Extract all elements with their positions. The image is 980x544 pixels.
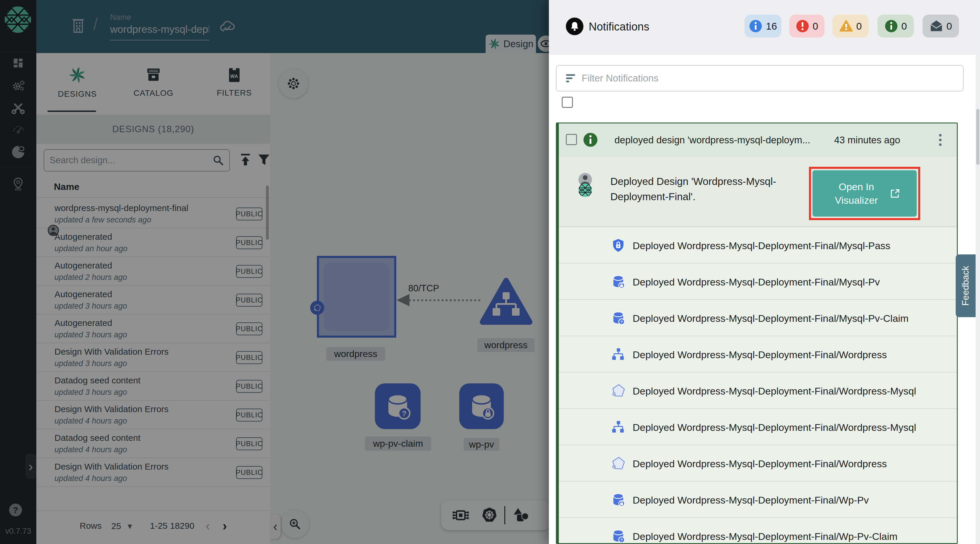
notification-item[interactable]: Deployed Wordpress-Mysql-Deployment-Fina… [559, 227, 957, 263]
notification-card: deployed design 'wordpress-mysql-deploym… [556, 123, 958, 544]
notification-summary-row[interactable]: deployed design 'wordpress-mysql-deploym… [559, 123, 957, 156]
highlight-annotation-box [809, 167, 920, 220]
success-circle-icon [885, 19, 898, 33]
notification-item[interactable]: Deployed Wordpress-Mysql-Deployment-Fina… [559, 336, 957, 372]
info-circle-icon [583, 132, 598, 147]
drawer-scrollbar-thumb[interactable] [976, 109, 979, 165]
meshery-avatar [578, 183, 592, 197]
warning-count-badge[interactable]: 0 [832, 14, 869, 38]
notification-time: 43 minutes ago [834, 134, 900, 146]
notification-item[interactable]: Deployed Wordpress-Mysql-Deployment-Fina… [559, 408, 957, 445]
notification-item[interactable]: Deployed Wordpress-Mysql-Deployment-Fina… [559, 299, 957, 336]
volume-lock-icon [611, 492, 625, 507]
kebab-menu-icon[interactable] [934, 132, 946, 147]
select-all-checkbox[interactable] [562, 97, 573, 108]
notification-summary: deployed design 'wordpress-mysql-deploym… [614, 134, 810, 146]
service-tree-icon [611, 347, 625, 362]
notification-checkbox[interactable] [566, 134, 577, 145]
success-count-badge[interactable]: 0 [878, 14, 914, 38]
notification-item[interactable]: Deployed Wordpress-Mysql-Deployment-Fina… [559, 445, 957, 481]
volume-claim-icon [611, 311, 625, 325]
notifications-title: Notifications [589, 21, 649, 33]
notifications-drawer: Notifications 16 0 0 0 0 [549, 0, 980, 544]
notification-item[interactable]: Deployed Wordpress-Mysql-Deployment-Fina… [559, 481, 957, 517]
info-circle-icon [749, 19, 762, 33]
read-count-badge[interactable]: 0 [923, 14, 959, 38]
drawer-scrollbar-track[interactable] [975, 0, 980, 544]
bell-icon [566, 18, 584, 35]
filter-notifications-box [556, 65, 964, 91]
pod-pentagon-icon [611, 456, 625, 471]
pod-pentagon-icon [611, 383, 625, 398]
notifications-header: Notifications 16 0 0 0 0 [549, 0, 980, 54]
filter-notifications-input[interactable] [578, 73, 963, 84]
service-tree-icon [611, 420, 625, 434]
secret-shield-lock-icon [611, 238, 625, 253]
volume-claim-icon [611, 529, 625, 543]
notification-description: Deployed Design 'Wordpress-Mysql-Deploym… [610, 174, 786, 204]
notification-item[interactable]: Deployed Wordpress-Mysql-Deployment-Fina… [559, 372, 957, 408]
warning-triangle-icon [839, 19, 853, 33]
error-count-badge[interactable]: 0 [789, 14, 824, 38]
error-circle-icon [796, 19, 809, 33]
feedback-tab[interactable]: Feedback [956, 254, 975, 317]
info-count-badge[interactable]: 16 [745, 14, 781, 38]
filter-lines-icon [565, 72, 578, 85]
volume-lock-icon [611, 274, 625, 289]
modal-backdrop[interactable] [0, 0, 549, 544]
notification-item[interactable]: Deployed Wordpress-Mysql-Deployment-Fina… [559, 517, 957, 544]
envelope-icon [930, 19, 943, 33]
notification-item[interactable]: Deployed Wordpress-Mysql-Deployment-Fina… [559, 263, 957, 299]
